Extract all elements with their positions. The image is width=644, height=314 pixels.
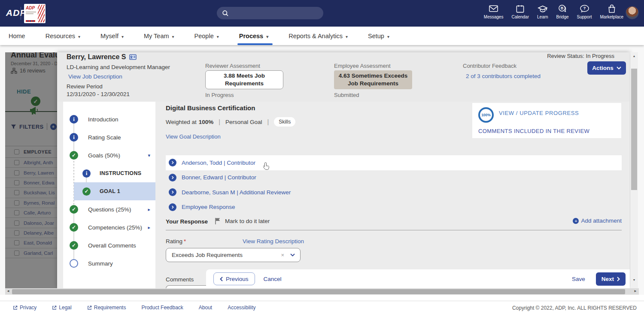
cancel-button[interactable]: Cancel (264, 276, 282, 282)
nav-item-reports-analytics[interactable]: Reports & Analytics (289, 27, 348, 45)
progress-ring: 100% (478, 107, 494, 123)
chevron-down-icon (343, 33, 348, 39)
rating-value: Exceeds Job Requirements (172, 252, 281, 258)
main-nav: Home Resources Myself My Team People Pro… (0, 27, 644, 45)
mark-later-control[interactable]: Mark to do it later (215, 217, 270, 224)
step-overall-comments[interactable]: ✓ Overall Comments (63, 236, 155, 254)
view-update-progress-link[interactable]: VIEW / UPDATE PROGRESS (499, 110, 579, 116)
next-button[interactable]: Next (596, 272, 626, 286)
chevron-right-icon[interactable]: ▸ (148, 207, 150, 212)
support-icon: ? (580, 4, 589, 13)
footer-link-requirements[interactable]: Requirements (87, 305, 126, 311)
horizontal-scroll-thumb[interactable] (12, 289, 625, 294)
top-app-bar: ADP ADP Messages Calendar Learn B Bridge… (0, 0, 644, 27)
chevron-right-icon (169, 159, 176, 166)
id-card-icon[interactable] (129, 54, 137, 60)
adp-logo: ADP (6, 8, 26, 18)
chevron-right-icon (169, 203, 176, 211)
view-goal-description-link[interactable]: View Goal Description (166, 133, 221, 140)
contributor-row-anderson-todd[interactable]: Anderson, Todd | Contributor (166, 155, 622, 170)
footer-link-privacy[interactable]: Privacy (13, 305, 36, 311)
mouse-cursor (263, 162, 270, 170)
footer-link-accessibility[interactable]: Accessibility (228, 305, 255, 311)
nav-item-setup[interactable]: Setup (368, 27, 389, 45)
check-circle-icon: ✓ (70, 151, 78, 160)
bridge-button[interactable]: B Bridge (556, 4, 569, 19)
learn-icon (538, 5, 548, 13)
vertical-scrollbar[interactable]: ▲ ▼ (630, 52, 638, 288)
chevron-down-icon (169, 33, 174, 39)
step-questions-25[interactable]: ✓ Questions (25%) ▸ (63, 200, 155, 218)
contributor-row-dearborne-susan-m[interactable]: Dearborne, Susan M | Additional Reviewer (166, 185, 622, 200)
your-response-label: Your Response (166, 218, 208, 225)
vertical-scroll-thumb[interactable] (631, 69, 637, 190)
goal-content: Digital Business Certification Weighted … (155, 102, 630, 288)
nav-item-resources[interactable]: Resources (46, 27, 80, 45)
rating-label: Rating* (166, 238, 186, 245)
footer-link-legal[interactable]: Legal (52, 305, 71, 311)
contributor-row-bonner-edward[interactable]: Bonner, Edward | Contributor (166, 170, 622, 185)
reviewer-assessment-value: 3.88 Meets Job Requirements (205, 70, 283, 89)
marketplace-button[interactable]: Marketplace (600, 4, 623, 19)
learn-button[interactable]: Learn (537, 4, 548, 19)
step-rating-scale[interactable]: i Rating Scale (63, 128, 155, 146)
clear-icon[interactable]: × (281, 252, 284, 258)
support-button[interactable]: ? Support (577, 4, 592, 19)
form-action-bar: Previous Cancel Save Next (206, 269, 630, 288)
reviewer-assessment-label: Reviewer Assessment (205, 63, 260, 69)
add-attachment-button[interactable]: + Add attachment (573, 217, 622, 224)
nav-item-home[interactable]: Home (9, 27, 25, 45)
global-search[interactable] (217, 7, 323, 19)
nav-item-people[interactable]: People (194, 27, 219, 45)
comments-included-link[interactable]: COMMENTS INCLUDED IN THE REVIEW (478, 128, 589, 134)
contributor-row-employee-response[interactable]: Employee Response (166, 200, 622, 215)
step-competencies-25[interactable]: ✓ Competencies (25%) ▸ (63, 218, 155, 236)
messages-button[interactable]: Messages (484, 4, 504, 19)
review-period-value: 12/31/2020 - 12/30/2021 (67, 91, 130, 97)
step-summary[interactable]: Summary (63, 254, 155, 272)
footer-link-about[interactable]: About (199, 305, 212, 311)
scroll-right-arrow[interactable]: ► (634, 289, 637, 293)
user-avatar[interactable] (626, 6, 639, 19)
employee-assessment-status: Submitted (334, 92, 359, 98)
step-goal-1[interactable]: ✓ GOAL 1 (74, 182, 155, 200)
nav-item-myself[interactable]: Myself (100, 27, 124, 45)
contributor-feedback-link[interactable]: 2 of 3 contributors completed (466, 73, 541, 79)
logo-divider (21, 7, 21, 20)
footer-link-product-feedback[interactable]: Product Feedback (141, 305, 183, 311)
actions-button[interactable]: Actions (587, 61, 626, 75)
horizontal-scrollbar[interactable]: ◄ ► (5, 288, 639, 295)
copyright-text: Copyright © 2022, ADP, Inc. ALL RIGHTS R… (512, 305, 637, 311)
goal-tag: Skills (274, 117, 295, 127)
rating-dropdown[interactable]: Exceeds Job Requirements × (166, 248, 301, 262)
save-button[interactable]: Save (572, 276, 585, 282)
goal-weight: 100% (199, 119, 214, 125)
page-footer: Privacy Legal Requirements Product Feedb… (0, 295, 644, 314)
view-job-description-link[interactable]: View Job Description (68, 73, 122, 80)
check-circle-icon: ✓ (70, 223, 78, 232)
step-introduction[interactable]: i Introduction (63, 110, 155, 128)
reviewer-assessment-status: In Progress (205, 92, 234, 98)
step-goals-50[interactable]: ✓ Goals (50%) ▾ (63, 146, 155, 164)
chevron-right-icon[interactable]: ▸ (148, 225, 150, 230)
previous-button[interactable]: Previous (213, 272, 255, 285)
modal-scrim (5, 52, 57, 288)
chevron-down-icon (263, 33, 268, 39)
chevron-down-icon[interactable] (290, 254, 295, 257)
step-instructions[interactable]: i INSTRUCTIONS (63, 164, 155, 182)
scroll-left-arrow[interactable]: ◄ (6, 289, 10, 293)
chevron-down-icon[interactable]: ▾ (148, 153, 150, 158)
messages-icon (489, 4, 498, 13)
plus-icon: + (573, 218, 579, 224)
nav-item-my-team[interactable]: My Team (144, 27, 174, 45)
nav-item-process[interactable]: Process (239, 27, 268, 45)
review-header: Review Status: In Progress Berry, Lawren… (57, 52, 630, 102)
scroll-down-arrow[interactable]: ▼ (630, 278, 638, 281)
view-rating-description-link[interactable]: View Rating Description (243, 238, 304, 245)
flag-icon (215, 217, 221, 224)
scroll-up-arrow[interactable]: ▲ (630, 54, 638, 57)
search-input[interactable] (232, 10, 314, 16)
info-icon: i (70, 133, 78, 142)
calendar-button[interactable]: Calendar (511, 4, 529, 19)
chevron-down-icon (214, 33, 219, 39)
